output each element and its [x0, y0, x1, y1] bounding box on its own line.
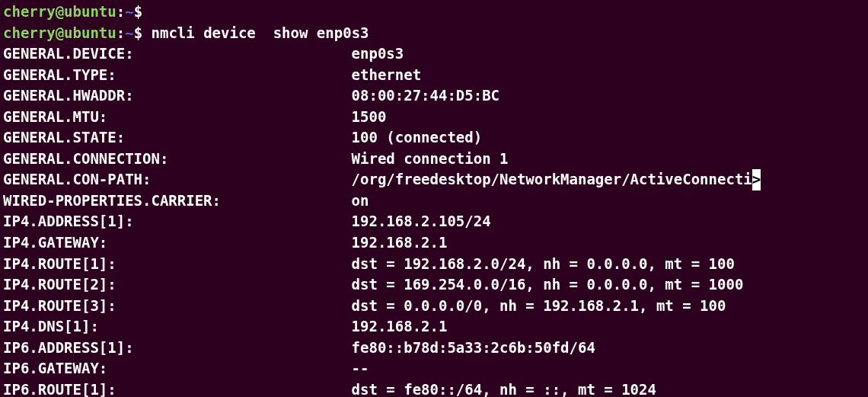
- output-key: IP6.ADDRESS[1]:: [3, 339, 352, 356]
- empty-prompt-line: cherry@ubuntu:~$: [3, 2, 865, 23]
- output-value: dst = 192.168.2.0/24, nh = 0.0.0.0, mt =…: [352, 255, 735, 272]
- command-output: GENERAL.DEVICE: enp0s3GENERAL.TYPE: ethe…: [3, 43, 865, 397]
- output-row: IP4.ROUTE[2]: dst = 169.254.0.0/16, nh =…: [3, 274, 865, 296]
- output-value: 192.168.2.105/24: [352, 213, 491, 229]
- output-row: GENERAL.MTU: 1500: [3, 107, 865, 128]
- prompt-path: ~: [125, 24, 133, 41]
- output-row: IP4.ROUTE[1]: dst = 192.168.2.0/24, nh =…: [3, 254, 865, 275]
- output-key: GENERAL.MTU:: [3, 108, 352, 125]
- output-key: IP4.ROUTE[1]:: [3, 255, 352, 272]
- prompt-path: ~: [125, 3, 133, 20]
- output-row: GENERAL.CON-PATH: /org/freedesktop/Netwo…: [3, 169, 865, 190]
- prompt-colon: :: [116, 3, 125, 20]
- prompt-colon: :: [116, 24, 125, 41]
- output-value: /org/freedesktop/NetworkManager/ActiveCo…: [352, 171, 752, 187]
- output-row: IP6.GATEWAY: --: [3, 358, 865, 379]
- prompt-dollar: $: [134, 3, 142, 20]
- output-key: IP4.ADDRESS[1]:: [3, 213, 352, 229]
- output-value: 192.168.2.1: [352, 234, 448, 251]
- output-key: IP4.ROUTE[2]:: [3, 276, 352, 293]
- prompt-at: @: [56, 3, 64, 20]
- prompt-at: @: [56, 24, 64, 41]
- output-key: GENERAL.TYPE:: [3, 66, 352, 83]
- output-row: IP4.DNS[1]: 192.168.2.1: [3, 316, 865, 338]
- output-row: WIRED-PROPERTIES.CARRIER: on: [3, 190, 865, 212]
- prompt-dollar: $: [134, 24, 142, 41]
- command-line: cherry@ubuntu:~$ nmcli device show enp0s…: [3, 23, 865, 44]
- output-row: IP4.GATEWAY: 192.168.2.1: [3, 232, 865, 254]
- prompt-user: cherry: [3, 3, 56, 20]
- output-key: IP4.GATEWAY:: [3, 234, 352, 251]
- output-key: WIRED-PROPERTIES.CARRIER:: [3, 192, 352, 209]
- output-row: IP6.ROUTE[1]: dst = fe80::/64, nh = ::, …: [3, 379, 865, 397]
- output-row: GENERAL.TYPE: ethernet: [3, 65, 865, 86]
- output-value: on: [352, 192, 369, 209]
- truncation-indicator: >: [752, 169, 761, 190]
- output-key: GENERAL.CONNECTION:: [3, 150, 352, 167]
- output-row: GENERAL.CONNECTION: Wired connection 1: [3, 149, 865, 170]
- output-value: dst = fe80::/64, nh = ::, mt = 1024: [352, 381, 656, 397]
- output-value: 192.168.2.1: [352, 318, 448, 335]
- output-value: dst = 0.0.0.0/0, nh = 192.168.2.1, mt = …: [352, 297, 726, 314]
- prompt-host: ubuntu: [64, 3, 116, 20]
- output-value: fe80::b78d:5a33:2c6b:50fd/64: [352, 339, 595, 356]
- output-row: IP4.ADDRESS[1]: 192.168.2.105/24: [3, 211, 865, 232]
- output-key: GENERAL.STATE:: [3, 129, 352, 146]
- command-text: nmcli device show enp0s3: [142, 24, 369, 41]
- prompt-host: ubuntu: [64, 24, 116, 41]
- output-key: IP4.DNS[1]:: [3, 318, 352, 335]
- output-value: Wired connection 1: [352, 150, 509, 167]
- output-key: GENERAL.CON-PATH:: [3, 171, 352, 187]
- output-row: GENERAL.HWADDR: 08:00:27:44:D5:BC: [3, 85, 865, 107]
- output-value: enp0s3: [352, 45, 404, 62]
- output-value: ethernet: [352, 66, 422, 83]
- prompt-user: cherry: [3, 24, 56, 41]
- output-key: GENERAL.HWADDR:: [3, 87, 352, 104]
- output-row: IP6.ADDRESS[1]: fe80::b78d:5a33:2c6b:50f…: [3, 338, 865, 359]
- output-value: 100 (connected): [352, 129, 483, 146]
- output-row: GENERAL.DEVICE: enp0s3: [3, 43, 865, 65]
- output-row: IP4.ROUTE[3]: dst = 0.0.0.0/0, nh = 192.…: [3, 296, 865, 317]
- output-value: --: [352, 360, 369, 376]
- output-value: 08:00:27:44:D5:BC: [352, 87, 499, 104]
- output-value: 1500: [352, 108, 387, 125]
- output-key: IP6.ROUTE[1]:: [3, 381, 352, 397]
- output-value: dst = 169.254.0.0/16, nh = 0.0.0.0, mt =…: [352, 276, 744, 293]
- output-key: IP6.GATEWAY:: [3, 360, 352, 376]
- terminal-window[interactable]: cherry@ubuntu:~$ cherry@ubuntu:~$ nmcli …: [3, 2, 865, 397]
- output-row: GENERAL.STATE: 100 (connected): [3, 127, 865, 149]
- output-key: GENERAL.DEVICE:: [3, 45, 352, 62]
- output-key: IP4.ROUTE[3]:: [3, 297, 352, 314]
